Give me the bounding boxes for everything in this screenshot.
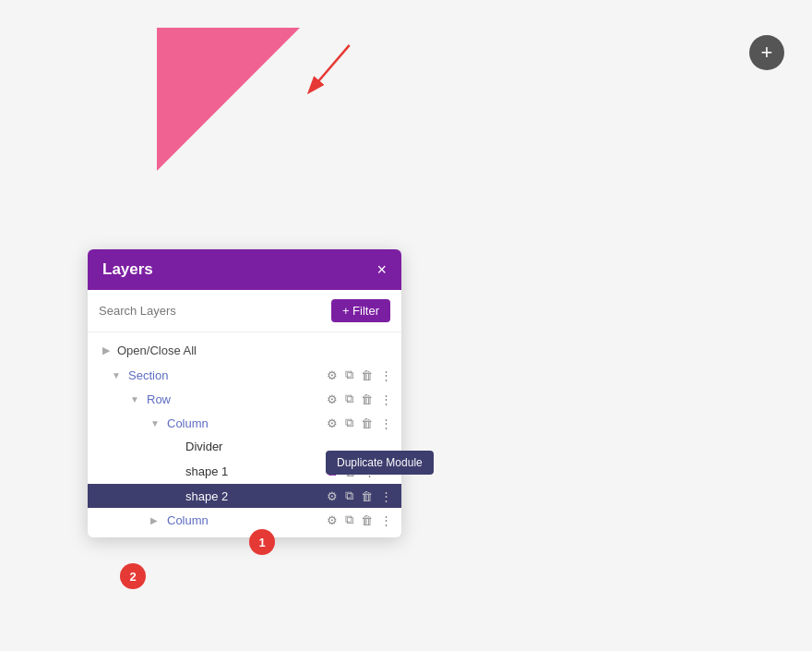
layers-search-row: + Filter xyxy=(88,290,401,332)
layers-header: Layers × xyxy=(88,249,401,290)
layers-body: ▶ Open/Close All ▼ Section ⚙ ⧉ 🗑 ⋮ ▼ Row xyxy=(88,332,401,537)
pink-triangle xyxy=(157,28,300,171)
red-arrow-icon xyxy=(290,35,369,107)
column2-label: Column xyxy=(167,513,327,527)
shape2-more-icon[interactable]: ⋮ xyxy=(380,489,392,503)
column1-chevron: ▼ xyxy=(150,418,161,428)
column2-more-icon[interactable]: ⋮ xyxy=(380,513,392,527)
shape2-icons: ⚙ ⧉ 🗑 ⋮ xyxy=(327,488,392,503)
step-badge-1: 1 xyxy=(249,529,275,555)
section-settings-icon[interactable]: ⚙ xyxy=(327,368,338,382)
layer-row-shape1[interactable]: shape 1 Duplicate Module ⧉ 🗑 ⋮ + xyxy=(88,458,401,484)
column1-more-icon[interactable]: ⋮ xyxy=(380,416,392,430)
layers-search-input[interactable] xyxy=(99,304,324,318)
column2-icons: ⚙ ⧉ 🗑 ⋮ xyxy=(327,512,392,527)
column1-label: Column xyxy=(167,416,327,430)
section-chevron: ▼ xyxy=(112,370,123,380)
section-duplicate-icon[interactable]: ⧉ xyxy=(345,368,353,382)
open-close-chevron: ▶ xyxy=(102,344,110,356)
shape2-label: shape 2 xyxy=(185,489,327,503)
column2-chevron: ▶ xyxy=(150,515,161,525)
layers-close-button[interactable]: × xyxy=(376,261,387,278)
section-label: Section xyxy=(128,368,327,382)
divider-label: Divider xyxy=(185,440,392,453)
add-button[interactable]: + xyxy=(749,35,784,70)
layer-row-column2[interactable]: ▶ Column ⚙ ⧉ 🗑 ⋮ xyxy=(88,508,401,532)
shape2-duplicate-icon[interactable]: ⧉ xyxy=(345,488,353,503)
row-more-icon[interactable]: ⋮ xyxy=(380,392,392,406)
shape1-more-icon[interactable]: ⋮ xyxy=(364,464,376,478)
step-badge-2: 2 xyxy=(120,563,146,589)
column1-duplicate-icon[interactable]: ⧉ xyxy=(345,416,353,430)
open-close-label: Open/Close All xyxy=(117,344,197,357)
open-close-all[interactable]: ▶ Open/Close All xyxy=(88,338,401,363)
shape1-duplicate-icon[interactable]: ⧉ xyxy=(327,463,337,479)
layer-row-column1[interactable]: ▼ Column ⚙ ⧉ 🗑 ⋮ xyxy=(88,411,401,435)
layer-row-divider[interactable]: Divider xyxy=(88,435,401,458)
section-icons: ⚙ ⧉ 🗑 ⋮ xyxy=(327,368,392,382)
column1-icons: ⚙ ⧉ 🗑 ⋮ xyxy=(327,416,392,430)
row-settings-icon[interactable]: ⚙ xyxy=(327,392,338,406)
column2-delete-icon[interactable]: 🗑 xyxy=(361,513,373,527)
shape1-icons: ⧉ 🗑 ⋮ + xyxy=(327,463,392,479)
shape1-delete-icon[interactable]: 🗑 xyxy=(344,464,356,478)
section-more-icon[interactable]: ⋮ xyxy=(380,368,392,382)
layer-row-section[interactable]: ▼ Section ⚙ ⧉ 🗑 ⋮ xyxy=(88,363,401,387)
layers-title: Layers xyxy=(102,260,153,279)
column2-duplicate-icon[interactable]: ⧉ xyxy=(345,512,353,527)
row-chevron: ▼ xyxy=(130,394,141,404)
row-duplicate-icon[interactable]: ⧉ xyxy=(345,392,353,406)
shape1-add-icon[interactable]: + xyxy=(385,464,392,478)
shape2-delete-icon[interactable]: 🗑 xyxy=(361,489,373,503)
shape1-label: shape 1 xyxy=(185,464,327,478)
section-delete-icon[interactable]: 🗑 xyxy=(361,368,373,382)
row-icons: ⚙ ⧉ 🗑 ⋮ xyxy=(327,392,392,406)
layers-panel: Layers × + Filter ▶ Open/Close All ▼ Sec… xyxy=(88,249,401,537)
shape2-settings-icon[interactable]: ⚙ xyxy=(327,489,338,503)
canvas: + Layers × + Filter ▶ Open/Close All ▼ S… xyxy=(0,0,812,651)
column2-settings-icon[interactable]: ⚙ xyxy=(327,513,338,527)
filter-button[interactable]: + Filter xyxy=(331,299,390,322)
svg-line-1 xyxy=(300,45,360,91)
layer-row-shape2[interactable]: shape 2 ⚙ ⧉ 🗑 ⋮ xyxy=(88,484,401,508)
layer-row-row[interactable]: ▼ Row ⚙ ⧉ 🗑 ⋮ xyxy=(88,387,401,411)
column1-delete-icon[interactable]: 🗑 xyxy=(361,416,373,430)
row-label: Row xyxy=(147,392,327,406)
column1-settings-icon[interactable]: ⚙ xyxy=(327,416,338,430)
row-delete-icon[interactable]: 🗑 xyxy=(361,392,373,406)
